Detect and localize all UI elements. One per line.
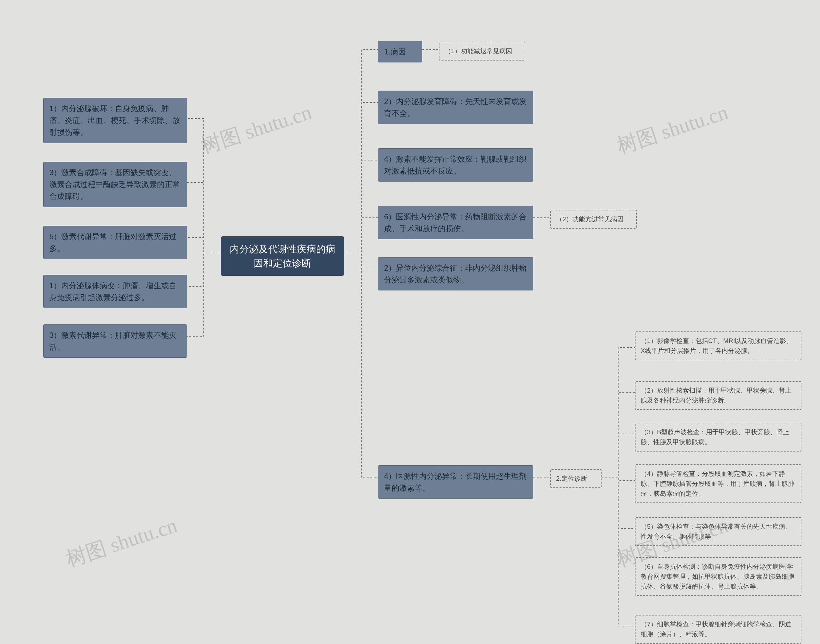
right-node-5[interactable]: 2）异位内分泌综合征：非内分泌组织肿瘤分泌过多激素或类似物。	[378, 257, 533, 290]
right-node-cause-text: 1.病因	[384, 48, 406, 56]
left-node-1-text: 1）内分泌腺破坏：自身免疫病、肿瘤、炎症、出血、梗死、手术切除、放射损伤等。	[49, 104, 180, 136]
central-title: 内分泌及代谢性疾病的病 因和定位诊断	[230, 244, 335, 268]
right-node-location-diag[interactable]: 2.定位诊断	[550, 469, 602, 488]
diag-node-7-text: （7）细胞掌检查：甲状腺细针穿刺细胞学检查、阴道细胞（涂片）、精液等。	[640, 621, 791, 638]
right-node-2[interactable]: 2）内分泌腺发育障碍：先天性未发育或发育不全。	[378, 90, 533, 124]
right-node-cause[interactable]: 1.病因	[378, 41, 422, 63]
left-node-2-text: 3）激素合成障碍：基因缺失或突变、激素合成过程中酶缺乏导致激素的正常合成障碍。	[49, 168, 180, 201]
right-node-cause-sub1-text: （1）功能减退常见病因	[445, 48, 512, 54]
right-node-4-text: 6）医源性内分泌异常：药物阻断激素的合成、手术和放疗的损伤。	[384, 212, 527, 233]
central-topic[interactable]: 内分泌及代谢性疾病的病 因和定位诊断	[221, 236, 344, 276]
diag-node-5[interactable]: （5）染色体检查：与染色体异常有关的先天性疾病、性发育不全、躯体畸形等。	[635, 517, 802, 546]
right-node-4-sub[interactable]: （2）功能亢进常见病因	[550, 210, 637, 228]
left-node-2[interactable]: 3）激素合成障碍：基因缺失或突变、激素合成过程中酶缺乏导致激素的正常合成障碍。	[43, 162, 187, 207]
left-node-4[interactable]: 1）内分泌腺体病变：肿瘤、增生或自身免疫病引起激素分泌过多。	[43, 275, 187, 308]
diag-node-6-text: （6）自身抗体检测：诊断自身免疫性内分泌疾病医|学教育网搜集整理，如抗甲状腺抗体…	[640, 563, 794, 590]
watermark: 树图 shutu.cn	[63, 511, 180, 573]
diag-node-6[interactable]: （6）自身抗体检测：诊断自身免疫性内分泌疾病医|学教育网搜集整理，如抗甲状腺抗体…	[635, 557, 802, 596]
right-node-3-text: 4）激素不能发挥正常效应：靶腺或靶组织对激素抵抗或不反应。	[384, 155, 527, 175]
right-node-4[interactable]: 6）医源性内分泌异常：药物阻断激素的合成、手术和放疗的损伤。	[378, 206, 533, 239]
diag-node-1[interactable]: （1）影像学检查：包括CT、MRI以及动脉血管造影、X线平片和分层摄片，用于各内…	[635, 331, 802, 360]
right-node-location-diag-text: 2.定位诊断	[556, 475, 587, 482]
watermark: 树图 shutu.cn	[613, 98, 731, 161]
diag-node-4[interactable]: （4）静脉导管检查：分段取血测定激素，如岩下静脉、下腔静脉插管分段取血等，用于库…	[635, 465, 802, 503]
right-node-5-text: 2）异位内分泌综合征：非内分泌组织肿瘤分泌过多激素或类似物。	[384, 264, 527, 284]
left-node-3[interactable]: 5）激素代谢异常：肝脏对激素灭活过多。	[43, 226, 187, 259]
left-node-3-text: 5）激素代谢异常：肝脏对激素灭活过多。	[49, 232, 177, 253]
right-node-2-text: 2）内分泌腺发育障碍：先天性未发育或发育不全。	[384, 97, 527, 118]
right-node-6[interactable]: 4）医源性内分泌异常：长期使用超生理剂量的激素等。	[378, 465, 533, 498]
left-node-5[interactable]: 3）激素代谢异常：肝脏对激素不能灭活。	[43, 324, 187, 358]
diag-node-3-text: （3）B型超声波检查：用于甲状腺、甲状旁腺、肾上腺、性腺及甲状腺眼病。	[640, 428, 789, 445]
watermark: 树图 shutu.cn	[197, 98, 315, 161]
right-node-6-text: 4）医源性内分泌异常：长期使用超生理剂量的激素等。	[384, 472, 527, 492]
right-node-3[interactable]: 4）激素不能发挥正常效应：靶腺或靶组织对激素抵抗或不反应。	[378, 148, 533, 182]
diag-node-3[interactable]: （3）B型超声波检查：用于甲状腺、甲状旁腺、肾上腺、性腺及甲状腺眼病。	[635, 423, 802, 452]
diag-node-7[interactable]: （7）细胞掌检查：甲状腺细针穿刺细胞学检查、阴道细胞（涂片）、精液等。	[635, 615, 802, 644]
right-node-cause-sub1[interactable]: （1）功能减退常见病因	[439, 41, 525, 61]
diag-node-1-text: （1）影像学检查：包括CT、MRI以及动脉血管造影、X线平片和分层摄片，用于各内…	[640, 337, 792, 354]
left-node-5-text: 3）激素代谢异常：肝脏对激素不能灭活。	[49, 331, 177, 351]
left-node-4-text: 1）内分泌腺体病变：肿瘤、增生或自身免疫病引起激素分泌过多。	[49, 281, 177, 302]
left-node-1[interactable]: 1）内分泌腺破坏：自身免疫病、肿瘤、炎症、出血、梗死、手术切除、放射损伤等。	[43, 98, 187, 143]
diag-node-2[interactable]: （2）放射性核素扫描：用于甲状腺、甲状旁腺、肾上腺及各种神经内分泌肿瘤诊断。	[635, 381, 802, 410]
diag-node-2-text: （2）放射性核素扫描：用于甲状腺、甲状旁腺、肾上腺及各种神经内分泌肿瘤诊断。	[640, 387, 791, 404]
diag-node-5-text: （5）染色体检查：与染色体异常有关的先天性疾病、性发育不全、躯体畸形等。	[640, 523, 791, 540]
right-node-4-sub-text: （2）功能亢进常见病因	[556, 216, 623, 222]
diag-node-4-text: （4）静脉导管检查：分段取血测定激素，如岩下静脉、下腔静脉插管分段取血等，用于库…	[640, 470, 794, 497]
